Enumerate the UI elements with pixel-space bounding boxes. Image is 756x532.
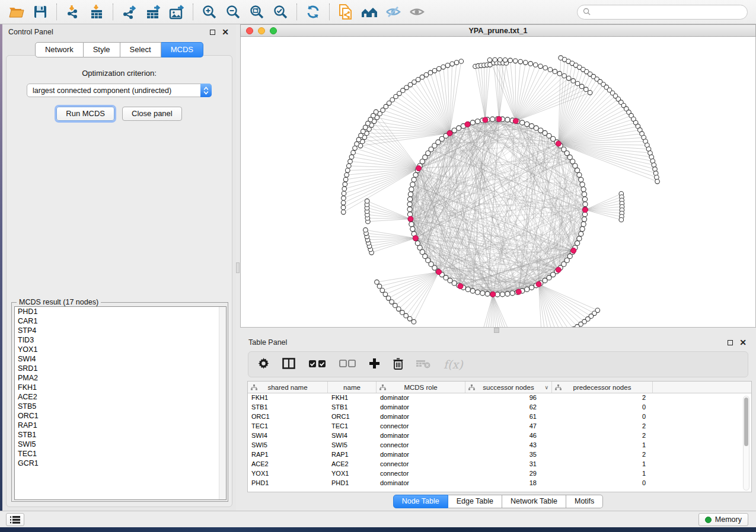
- save-session-button[interactable]: [30, 2, 51, 22]
- table-row[interactable]: TEC1TEC1connector472: [248, 422, 751, 431]
- task-history-button[interactable]: [6, 513, 24, 526]
- table-cell[interactable]: 61: [465, 412, 552, 422]
- table-cell[interactable]: 2: [552, 450, 653, 460]
- result-node-item[interactable]: FKH1: [15, 383, 226, 392]
- refresh-view-button[interactable]: [302, 2, 324, 22]
- close-panel-button[interactable]: Close panel: [122, 107, 182, 121]
- search-box[interactable]: [577, 5, 748, 20]
- table-cell[interactable]: STB1: [248, 403, 328, 412]
- result-node-item[interactable]: SRD1: [15, 364, 226, 373]
- table-cell[interactable]: TEC1: [248, 422, 328, 431]
- table-cell[interactable]: 0: [552, 479, 653, 488]
- table-cell[interactable]: SWI4: [248, 431, 328, 441]
- table-cell[interactable]: RAP1: [328, 450, 377, 460]
- zoom-fit-button[interactable]: [246, 2, 267, 22]
- splitter-collapse-icon[interactable]: [494, 328, 499, 333]
- tab-select[interactable]: Select: [120, 42, 161, 57]
- table-cell[interactable]: dominator: [377, 479, 465, 488]
- result-node-item[interactable]: SWI5: [15, 440, 226, 449]
- hide-selected-button[interactable]: [382, 2, 404, 22]
- close-table-panel-icon[interactable]: ✕: [738, 338, 748, 347]
- export-network-button[interactable]: [119, 2, 140, 22]
- result-node-item[interactable]: SWI4: [15, 354, 226, 364]
- result-node-item[interactable]: YOX1: [15, 345, 226, 354]
- vertical-splitter[interactable]: [236, 24, 240, 511]
- select-all-button[interactable]: [308, 360, 326, 370]
- table-cell[interactable]: dominator: [377, 450, 465, 460]
- memory-button[interactable]: Memory: [698, 513, 748, 526]
- copy-network-button[interactable]: [335, 2, 356, 22]
- result-node-item[interactable]: PHD1: [15, 307, 226, 316]
- result-node-item[interactable]: STB5: [15, 402, 226, 411]
- zoom-out-button[interactable]: [222, 2, 244, 22]
- result-node-item[interactable]: CAR1: [15, 316, 226, 326]
- result-node-item[interactable]: TID3: [15, 335, 226, 345]
- column-header-name[interactable]: name: [328, 382, 377, 393]
- export-table-button[interactable]: [142, 2, 164, 22]
- close-panel-icon[interactable]: ✕: [221, 27, 230, 37]
- tab-node-table[interactable]: Node Table: [393, 495, 448, 508]
- table-cell[interactable]: ORC1: [248, 412, 328, 422]
- add-button[interactable]: [369, 358, 380, 371]
- gear-button[interactable]: [258, 358, 269, 371]
- open-file-button[interactable]: [6, 2, 27, 22]
- network-window-titlebar[interactable]: YPA_prune.txt_1: [240, 24, 756, 37]
- column-header-predecessor-nodes[interactable]: predecessor nodes: [552, 382, 653, 393]
- table-cell[interactable]: 47: [465, 422, 552, 431]
- table-cell[interactable]: 1: [552, 441, 653, 450]
- table-cell[interactable]: 0: [552, 403, 653, 412]
- table-cell[interactable]: ACE2: [328, 460, 377, 469]
- splitter-grip-icon[interactable]: [236, 262, 240, 273]
- table-cell[interactable]: dominator: [377, 412, 465, 422]
- column-header-shared-name[interactable]: shared name: [248, 382, 328, 393]
- import-table-button[interactable]: [86, 2, 107, 22]
- tab-motifs[interactable]: Motifs: [566, 495, 603, 508]
- table-cell[interactable]: SWI4: [328, 431, 377, 441]
- export-image-button[interactable]: [166, 2, 187, 22]
- zoom-in-button[interactable]: [199, 2, 220, 22]
- table-row[interactable]: ACE2ACE2connector311: [248, 460, 751, 469]
- table-row[interactable]: SWI5SWI5connector431: [248, 441, 751, 450]
- table-cell[interactable]: PHD1: [248, 479, 328, 488]
- table-cell[interactable]: 31: [465, 460, 552, 469]
- table-cell[interactable]: ORC1: [328, 412, 377, 422]
- table-cell[interactable]: dominator: [377, 393, 465, 403]
- table-cell[interactable]: PHD1: [328, 479, 377, 488]
- columns-button[interactable]: [282, 358, 295, 371]
- table-cell[interactable]: FKH1: [248, 393, 328, 403]
- table-scrollbar[interactable]: [743, 396, 749, 491]
- table-row[interactable]: ORC1ORC1dominator610: [248, 412, 751, 422]
- table-cell[interactable]: 62: [465, 403, 552, 412]
- result-node-item[interactable]: STB1: [15, 430, 226, 440]
- zoom-selected-button[interactable]: [270, 2, 291, 22]
- tab-edge-table[interactable]: Edge Table: [448, 495, 502, 508]
- table-cell[interactable]: 35: [465, 450, 552, 460]
- table-row[interactable]: FKH1FKH1dominator962: [248, 393, 751, 403]
- table-cell[interactable]: YOX1: [248, 469, 328, 479]
- float-table-panel-icon[interactable]: [725, 338, 735, 347]
- table-cell[interactable]: TEC1: [328, 422, 377, 431]
- result-node-item[interactable]: TEC1: [15, 449, 226, 459]
- table-cell[interactable]: 2: [552, 431, 653, 441]
- delete-button[interactable]: [393, 358, 403, 371]
- table-cell[interactable]: SWI5: [248, 441, 328, 450]
- optimization-criterion-select[interactable]: largest connected component (undirected): [27, 84, 212, 97]
- search-input[interactable]: [594, 8, 742, 17]
- table-cell[interactable]: connector: [377, 441, 465, 450]
- deselect-all-button[interactable]: [339, 360, 356, 369]
- column-header-MCDS-role[interactable]: MCDS role: [377, 382, 465, 393]
- table-cell[interactable]: ACE2: [248, 460, 328, 469]
- table-row[interactable]: RAP1RAP1dominator352: [248, 450, 751, 460]
- result-node-item[interactable]: ORC1: [15, 411, 226, 421]
- table-scrollbar-thumb[interactable]: [744, 398, 748, 446]
- result-node-item[interactable]: ACE2: [15, 392, 226, 402]
- result-node-item[interactable]: PMA2: [15, 373, 226, 383]
- table-cell[interactable]: 1: [552, 469, 653, 479]
- run-mcds-button[interactable]: Run MCDS: [56, 107, 114, 121]
- show-all-button[interactable]: [406, 2, 428, 22]
- table-cell[interactable]: YOX1: [328, 469, 377, 479]
- table-cell[interactable]: 2: [552, 422, 653, 431]
- tab-network[interactable]: Network: [35, 42, 84, 57]
- table-cell[interactable]: 1: [552, 460, 653, 469]
- table-cell[interactable]: 43: [465, 441, 552, 450]
